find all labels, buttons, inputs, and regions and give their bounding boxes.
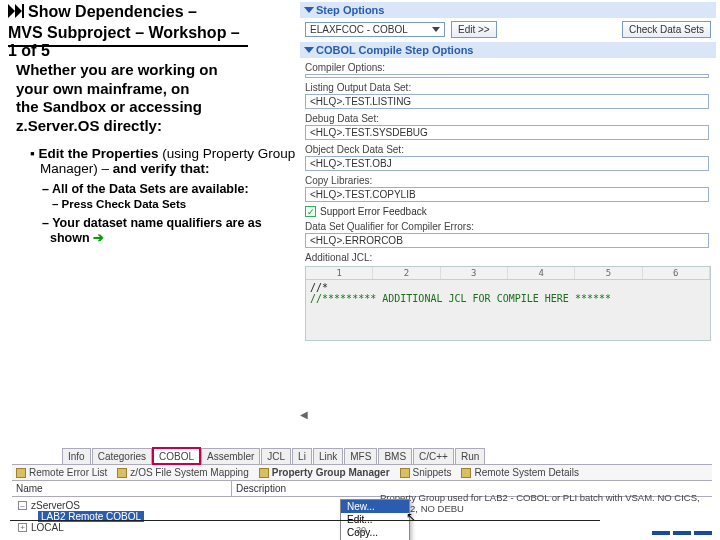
- expand-icon: [304, 47, 314, 53]
- view-property-group-manager[interactable]: Property Group Manager: [259, 467, 390, 478]
- tab-run[interactable]: Run: [455, 448, 485, 464]
- expand-icon[interactable]: +: [18, 523, 27, 532]
- bullet-qualifiers-shown: – Your dataset name qualifiers are as sh…: [42, 216, 298, 245]
- input-object-ds[interactable]: <HLQ>.TEST.OBJ: [305, 156, 709, 171]
- input-listing-ds[interactable]: <HLQ>.TEST.LISTING: [305, 94, 709, 109]
- view-zos-file-mapping[interactable]: z/OS File System Mapping: [117, 467, 248, 478]
- edit-button[interactable]: Edit >>: [451, 21, 497, 38]
- para-line1: Whether you are working on: [16, 61, 218, 78]
- cursor-icon: ↖: [406, 510, 416, 524]
- label-compiler-options: Compiler Options:: [305, 62, 711, 73]
- slide-title-line2: MVS Subproject – Workshop –: [8, 24, 240, 41]
- tab-assembler[interactable]: Assembler: [201, 448, 260, 464]
- view-icon: [400, 468, 410, 478]
- label-object-ds: Object Deck Data Set:: [305, 144, 711, 155]
- view-snippets[interactable]: Snippets: [400, 467, 452, 478]
- para-line4: z.Server.OS directly:: [16, 117, 162, 134]
- view-icon: [16, 468, 26, 478]
- label-copy-libs: Copy Libraries:: [305, 175, 711, 186]
- bullet-press-check: – Press Check Data Sets: [52, 198, 298, 210]
- para-line2: your own mainframe, on: [16, 80, 189, 97]
- page-number: 20: [356, 525, 366, 535]
- tab-bms[interactable]: BMS: [378, 448, 412, 464]
- label-additional-jcl: Additional JCL:: [305, 252, 711, 263]
- section-cobol-compile[interactable]: COBOL Compile Step Options: [300, 42, 716, 58]
- tab-li[interactable]: Li: [292, 448, 312, 464]
- section-step-options[interactable]: Step Options: [300, 2, 716, 18]
- scroll-left-icon[interactable]: ◀: [300, 409, 308, 420]
- label-debug-ds: Debug Data Set:: [305, 113, 711, 124]
- input-debug-ds[interactable]: <HLQ>.TEST.SYSDEBUG: [305, 125, 709, 140]
- label-listing-ds: Listing Output Data Set:: [305, 82, 711, 93]
- tab-jcl[interactable]: JCL: [261, 448, 291, 464]
- view-icon: [259, 468, 269, 478]
- step-options-panel: Step Options ELAXFCOC - COBOL Edit >> Ch…: [300, 2, 716, 422]
- jcl-line-2: //********* ADDITIONAL JCL FOR COMPILE H…: [310, 293, 706, 304]
- footer-logo: [652, 526, 712, 536]
- slide-title-line3: 1 of 5: [8, 42, 50, 59]
- tab-link[interactable]: Link: [313, 448, 343, 464]
- check-data-sets-button[interactable]: Check Data Sets: [622, 21, 711, 38]
- expand-icon: [304, 7, 314, 13]
- footer-divider: [10, 520, 600, 521]
- view-remote-error-list[interactable]: Remote Error List: [16, 467, 107, 478]
- chevron-down-icon: [432, 27, 440, 32]
- step-select-dropdown[interactable]: ELAXFCOC - COBOL: [305, 22, 445, 37]
- slide-title-line1: Show Dependencies –: [28, 3, 197, 20]
- collapse-icon[interactable]: –: [18, 501, 27, 510]
- tab-cobol[interactable]: COBOL: [153, 448, 200, 464]
- tab-info[interactable]: Info: [62, 448, 91, 464]
- additional-jcl-editor[interactable]: 123 456 //* //********* ADDITIONAL JCL F…: [305, 266, 711, 341]
- properties-tab-bar: Info Categories COBOL Assembler JCL Li L…: [12, 448, 712, 465]
- input-compiler-options[interactable]: [305, 74, 709, 78]
- view-tab-bar: Remote Error List z/OS File System Mappi…: [12, 465, 712, 481]
- tab-mfs[interactable]: MFS: [344, 448, 377, 464]
- checkbox-error-feedback[interactable]: ✓ Support Error Feedback: [305, 206, 711, 217]
- col-name: Name: [12, 481, 232, 496]
- view-icon: [461, 468, 471, 478]
- view-icon: [117, 468, 127, 478]
- svg-rect-0: [22, 4, 24, 18]
- input-ds-qualifier[interactable]: <HLQ>.ERRORCOB: [305, 233, 709, 248]
- bullet-edit-properties: ▪ Edit the Properties (using Property Gr…: [30, 146, 298, 176]
- input-copy-libs[interactable]: <HLQ>.TEST.COPYLIB: [305, 187, 709, 202]
- check-icon: ✓: [305, 206, 316, 217]
- menu-copy[interactable]: Copy...: [341, 526, 409, 539]
- tab-categories[interactable]: Categories: [92, 448, 152, 464]
- para-line3: the Sandbox or accessing: [16, 98, 202, 115]
- jcl-line-1: //*: [310, 282, 706, 293]
- fast-forward-icon: [8, 3, 24, 23]
- label-ds-qualifier: Data Set Qualifier for Compiler Errors:: [305, 221, 711, 232]
- property-group-description: Property Group used for LAB2 - COBOL or …: [380, 492, 710, 514]
- bullet-datasets-available: – All of the Data Sets are available:: [42, 182, 298, 196]
- menu-new[interactable]: New...: [341, 500, 409, 513]
- view-remote-system-details[interactable]: Remote System Details: [461, 467, 578, 478]
- tab-cpp[interactable]: C/C++: [413, 448, 454, 464]
